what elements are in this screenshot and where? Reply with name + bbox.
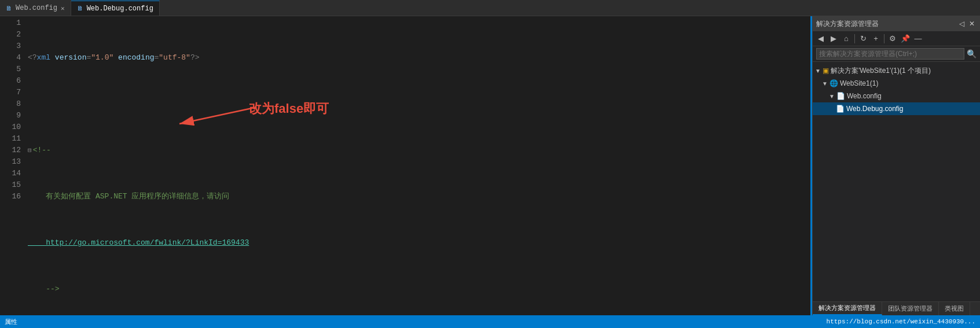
comment-text-4: 有关如何配置 ASP.NET 应用程序的详细信息，请访问 (28, 191, 229, 202)
eq-1: = (86, 52, 91, 64)
search-icon: 🔍 (967, 49, 977, 59)
gear-btn[interactable]: ⚙ (887, 33, 898, 45)
panel-header: 解决方案资源管理器 ◁ ✕ (813, 16, 980, 31)
line-num-16: 16 (0, 191, 21, 202)
toolbar-sep-2 (884, 34, 884, 43)
class-view-tab[interactable]: 类视图 (939, 302, 970, 315)
expand-icon-project: ▼ (822, 80, 828, 87)
comment-close-6: --> (28, 283, 60, 295)
line-num-1: 1 (0, 17, 21, 29)
line-num-6: 6 (0, 75, 21, 87)
code-lines: <?xml version="1.0" encoding="utf-8"?> ⊟… (25, 16, 810, 315)
line-numbers: 1 2 3 4 5 6 7 8 9 10 11 12 13 14 15 16 (0, 16, 25, 315)
se-toolbar: ◀ ▶ ⌂ ↻ + ⚙ 📌 — (813, 31, 980, 46)
punct-2: ?> (190, 52, 200, 64)
line-num-14: 14 (0, 168, 21, 179)
tree-item-webdebugconfig[interactable]: 📄 Web.Debug.config (813, 102, 980, 115)
search-input[interactable] (816, 48, 964, 60)
line-num-4: 4 (0, 52, 21, 64)
config-icon: 📄 (836, 92, 845, 100)
expand-icon-webconfig: ▼ (829, 93, 835, 99)
solution-explorer-tab[interactable]: 解决方案资源管理器 (813, 302, 882, 315)
panel-auto-hide-btn[interactable]: ◁ (957, 19, 966, 28)
code-line-4: 有关如何配置 ASP.NET 应用程序的详细信息，请访问 (28, 191, 810, 202)
pin-btn[interactable]: 📌 (900, 33, 911, 45)
line-num-10: 10 (0, 121, 21, 133)
unpin-btn[interactable]: — (912, 33, 924, 45)
solution-explorer-tab-label: 解决方案资源管理器 (818, 304, 876, 312)
forward-btn[interactable]: ▶ (828, 33, 839, 45)
solution-explorer: 解决方案资源管理器 ◁ ✕ ◀ ▶ ⌂ ↻ + ⚙ 📌 — 🔍 (812, 16, 980, 315)
editor-area[interactable]: 1 2 3 4 5 6 7 8 9 10 11 12 13 14 15 16 (0, 16, 810, 315)
line-num-8: 8 (0, 98, 21, 110)
code-line-5: http://go.microsoft.com/fwlink/?LinkId=1… (28, 237, 810, 249)
se-search: 🔍 (813, 46, 980, 62)
line-num-2: 2 (0, 29, 21, 40)
fold-icon-3[interactable]: ⊟ (28, 145, 32, 156)
val-version: "1.0" (91, 52, 113, 64)
solution-label: 解决方案'WebSite1'(1)(1 个项目) (831, 66, 931, 76)
status-properties: 属性 (5, 318, 17, 326)
team-explorer-tab-label: 团队资源管理器 (888, 304, 933, 313)
project-label: WebSite1(1) (840, 79, 878, 87)
line-num-13: 13 (0, 156, 21, 168)
expand-icon-solution: ▼ (815, 68, 821, 74)
close-icon[interactable]: ✕ (61, 5, 65, 12)
status-bar-left: 属性 (5, 318, 17, 326)
line-num-9: 9 (0, 110, 21, 121)
editor-content: 1 2 3 4 5 6 7 8 9 10 11 12 13 14 15 16 (0, 16, 810, 315)
tag-xml: xml (37, 52, 50, 64)
line-num-5: 5 (0, 64, 21, 75)
back-btn[interactable]: ◀ (815, 33, 827, 45)
line-num-15: 15 (0, 179, 21, 191)
webdebugconfig-label: Web.Debug.config (846, 105, 904, 113)
tab-label-web-debug-config: Web.Debug.config (87, 5, 153, 13)
sync-btn[interactable]: ↻ (857, 33, 869, 45)
code-line-1: <?xml version="1.0" encoding="utf-8"?> (28, 52, 810, 64)
code-line-2 (28, 98, 810, 110)
sp-1 (113, 52, 118, 64)
line-num-3: 3 (0, 40, 21, 52)
add-btn[interactable]: + (870, 33, 882, 45)
tab-bar: 🗎 Web.config ✕ 🗎 Web.Debug.config (0, 0, 980, 16)
class-view-tab-label: 类视图 (945, 304, 964, 313)
panel-controls: ◁ ✕ (957, 19, 977, 28)
tab-web-config[interactable]: 🗎 Web.config ✕ (0, 1, 71, 16)
tree-item-webconfig[interactable]: ▼ 📄 Web.config (813, 90, 980, 102)
solution-icon: ▣ (823, 67, 829, 75)
main-area: 1 2 3 4 5 6 7 8 9 10 11 12 13 14 15 16 (0, 16, 980, 315)
se-tree: ▼ ▣ 解决方案'WebSite1'(1)(1 个项目) ▼ 🌐 WebSite… (813, 62, 980, 301)
val-encoding: "utf-8" (159, 52, 190, 64)
eq-2: = (155, 52, 159, 64)
project-icon: 🌐 (829, 79, 838, 87)
comment-open: <!-- (33, 145, 51, 156)
panel-close-btn[interactable]: ✕ (967, 19, 977, 28)
tab-label-web-config: Web.config (16, 4, 57, 12)
se-bottom-tabs: 解决方案资源管理器 团队资源管理器 类视图 (813, 301, 980, 315)
status-bar-right: https://blog.csdn.net/weixin_4430930... (827, 318, 975, 325)
status-url: https://blog.csdn.net/weixin_4430930... (827, 318, 975, 325)
tab-web-debug-config[interactable]: 🗎 Web.Debug.config (71, 1, 160, 16)
line-num-7: 7 (0, 87, 21, 98)
debugconfig-icon: 📄 (836, 105, 845, 113)
file-icon: 🗎 (6, 5, 12, 12)
home-btn[interactable]: ⌂ (840, 33, 852, 45)
panel-title: 解决方案资源管理器 (816, 19, 879, 29)
line-num-11: 11 (0, 133, 21, 145)
comment-link-5[interactable]: http://go.microsoft.com/fwlink/?LinkId=1… (28, 237, 249, 249)
status-bar: 属性 https://blog.csdn.net/weixin_4430930.… (0, 315, 980, 328)
tree-item-solution[interactable]: ▼ ▣ 解决方案'WebSite1'(1)(1 个项目) (813, 64, 980, 77)
file-icon-2: 🗎 (77, 5, 83, 12)
line-num-12: 12 (0, 145, 21, 156)
code-line-3: ⊟<!-- (28, 145, 810, 156)
webconfig-label: Web.config (847, 92, 882, 100)
punct-1: <? (28, 52, 37, 64)
tree-item-project[interactable]: ▼ 🌐 WebSite1(1) (813, 77, 980, 90)
team-explorer-tab[interactable]: 团队资源管理器 (882, 302, 939, 315)
code-line-6: --> (28, 283, 810, 295)
text-1 (50, 52, 55, 64)
attr-encoding: encoding (118, 52, 154, 64)
toolbar-sep-1 (854, 34, 855, 43)
attr-version: version (55, 52, 87, 64)
